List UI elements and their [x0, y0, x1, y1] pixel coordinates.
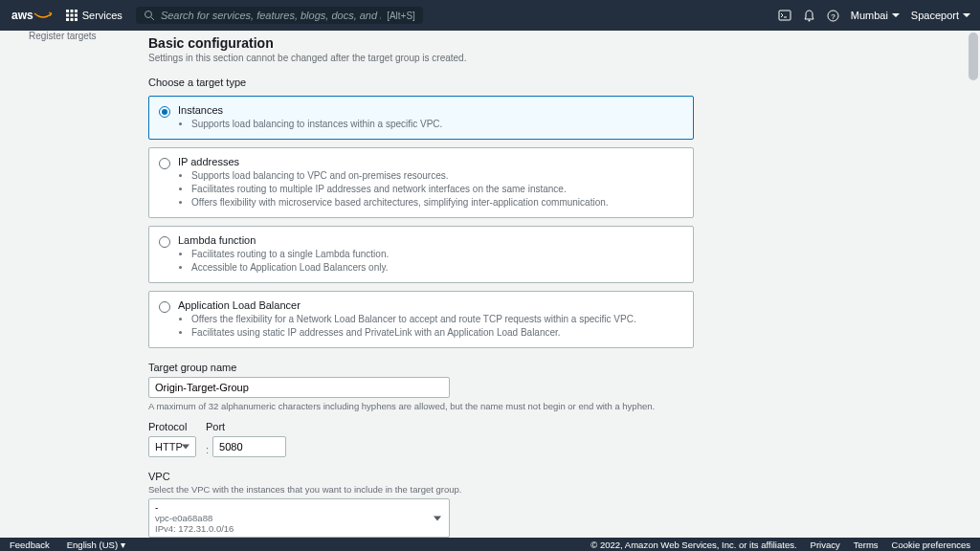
account-selector[interactable]: Spaceport: [911, 10, 970, 21]
svg-text:?: ?: [831, 11, 835, 20]
tg-name-label: Target group name: [148, 362, 694, 373]
tg-name-hint: A maximum of 32 alphanumeric characters …: [148, 401, 694, 411]
bell-icon[interactable]: [803, 10, 815, 22]
radio-indicator: [159, 236, 170, 248]
svg-rect-4: [70, 14, 73, 17]
radio-indicator: [159, 158, 170, 169]
radio-bullet: Supports load balancing to instances wit…: [191, 118, 683, 131]
vpc-label: VPC: [148, 471, 694, 482]
services-label: Services: [82, 10, 122, 21]
vpc-select[interactable]: - vpc-e0a68a88 IPv4: 172.31.0.0/16: [148, 498, 450, 538]
radio-indicator: [159, 301, 170, 313]
svg-rect-3: [66, 14, 69, 17]
radio-bullet: Facilitates using static IP addresses an…: [191, 326, 683, 340]
search-box[interactable]: [Alt+S]: [136, 7, 423, 24]
svg-rect-2: [75, 10, 78, 12]
radio-title: IP addresses: [178, 156, 683, 167]
help-icon[interactable]: ?: [827, 10, 839, 22]
vpc-cidr: IPv4: 172.31.0.0/16: [155, 523, 426, 534]
vpc-hint: Select the VPC with the instances that y…: [148, 484, 694, 495]
footer-copyright: © 2022, Amazon Web Services, Inc. or its…: [590, 540, 796, 550]
vpc-id: vpc-e0a68a88: [155, 513, 426, 523]
search-hint: [Alt+S]: [387, 11, 415, 21]
svg-rect-6: [66, 18, 69, 21]
svg-rect-8: [75, 18, 78, 21]
svg-point-9: [145, 11, 151, 18]
svg-rect-5: [75, 14, 78, 17]
svg-point-13: [808, 19, 810, 21]
protocol-label: Protocol: [148, 421, 196, 432]
tg-name-input[interactable]: [148, 377, 450, 398]
grid-icon: [66, 10, 78, 21]
svg-rect-1: [70, 10, 73, 12]
radio-bullet: Offers the flexibility for a Network Loa…: [191, 313, 683, 326]
aws-logo-text: aws: [11, 9, 33, 22]
radio-title: Instances: [178, 104, 683, 116]
top-nav: aws Services [Alt+S] ? Mumbai Spaceport: [0, 0, 980, 31]
chevron-down-icon: [963, 13, 970, 18]
aws-smile-icon: [33, 10, 53, 21]
aws-logo[interactable]: aws: [10, 9, 53, 22]
search-icon: [144, 10, 155, 21]
protocol-select[interactable]: HTTP: [148, 436, 196, 457]
radio-bullet: Supports load balancing to VPC and on-pr…: [191, 169, 683, 183]
footer: Feedback English (US) ▾ © 2022, Amazon W…: [0, 538, 980, 551]
target-type-instances[interactable]: Instances Supports load balancing to ins…: [148, 96, 694, 140]
region-selector[interactable]: Mumbai: [851, 10, 900, 21]
services-button[interactable]: Services: [60, 10, 128, 21]
radio-bullet: Facilitates routing to multiple IP addre…: [191, 183, 683, 196]
target-type-ip-addresses[interactable]: IP addresses Supports load balancing to …: [148, 147, 694, 218]
target-type-lambda[interactable]: Lambda function Facilitates routing to a…: [148, 226, 694, 283]
sidebar-fragment: Register targets: [29, 31, 97, 41]
section-desc: Settings in this section cannot be chang…: [148, 53, 694, 63]
radio-title: Lambda function: [178, 234, 683, 246]
svg-rect-7: [70, 18, 73, 21]
vpc-dash: -: [155, 502, 426, 513]
nav-right: ? Mumbai Spaceport: [778, 9, 970, 22]
footer-cookie[interactable]: Cookie preferences: [892, 540, 970, 550]
target-type-alb[interactable]: Application Load Balancer Offers the fle…: [148, 291, 694, 348]
radio-bullet: Facilitates routing to a single Lambda f…: [191, 248, 683, 261]
footer-privacy[interactable]: Privacy: [811, 540, 840, 550]
radio-indicator: [159, 106, 170, 118]
target-type-label: Choose a target type: [148, 77, 694, 88]
section-title: Basic configuration: [148, 35, 694, 51]
page-scroll: Register targets Basic configuration Set…: [0, 31, 980, 538]
radio-bullet: Accessible to Application Load Balancers…: [191, 261, 683, 275]
cloudshell-icon[interactable]: [778, 9, 791, 22]
search-input[interactable]: [161, 10, 381, 21]
footer-language[interactable]: English (US) ▾: [67, 540, 125, 550]
port-input[interactable]: [212, 436, 286, 457]
footer-feedback[interactable]: Feedback: [10, 540, 50, 550]
chevron-down-icon: [892, 13, 900, 18]
svg-rect-0: [66, 10, 69, 12]
main-content: Basic configuration Settings in this sec…: [134, 31, 708, 538]
footer-terms[interactable]: Terms: [854, 540, 879, 550]
port-label: Port: [206, 421, 286, 432]
svg-line-10: [151, 17, 154, 20]
colon: :: [206, 444, 209, 455]
svg-rect-11: [779, 11, 791, 20]
radio-title: Application Load Balancer: [178, 299, 683, 311]
radio-bullet: Offers flexibility with microservice bas…: [191, 196, 683, 209]
